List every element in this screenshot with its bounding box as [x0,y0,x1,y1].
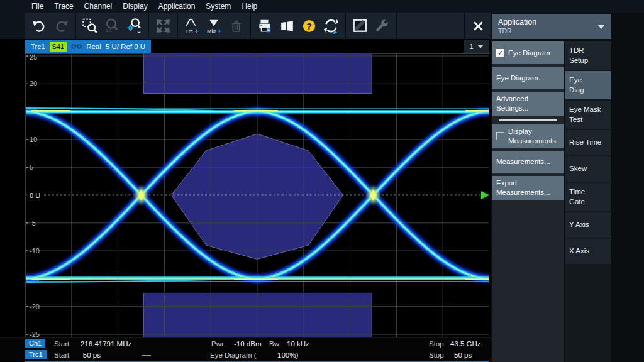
close-icon [472,20,484,32]
channel-status-bar: Ch1 Start 216.41791 MHz Pwr -10 dBm Bw 1… [0,337,491,351]
redo-button[interactable] [52,16,70,36]
svg-text:-5: -5 [30,219,36,227]
softkey-label: Eye Diagram... [496,74,544,83]
sync-button[interactable] [322,16,340,36]
tab-tdr-setup[interactable]: TDRSetup [565,41,611,70]
eye-diagram-checkbox[interactable]: ✓ [496,49,504,57]
menu-item-file[interactable]: File [31,2,43,11]
trace-name: Trc1 [31,43,45,50]
menu-item-trace[interactable]: Trace [54,2,73,11]
undo-button[interactable] [30,16,48,36]
softkey-divider [499,119,557,121]
menu-item-system[interactable]: System [206,2,231,11]
svg-text:5: 5 [30,163,33,171]
softkey-label: Measurements... [496,157,550,167]
menu-item-display[interactable]: Display [123,2,147,11]
display-button[interactable] [351,16,369,36]
add-marker-button[interactable]: Mkr + [205,16,223,36]
display-icon [352,18,368,33]
ch-start-label: Start [54,340,69,348]
delete-button[interactable] [227,16,245,36]
tab-eye-diag[interactable]: EyeDiag [565,71,611,99]
trace-status-bar: Trc1 Start -50 ps Eye Diagram ( 100%) St… [0,350,491,361]
svg-text:25: 25 [30,53,37,61]
chevron-down-icon [597,25,605,29]
tab-y-axis[interactable]: Y Axis [565,212,611,238]
softkey-export-measurements[interactable]: ExportMeasurements... [492,176,564,200]
zoom-select-button[interactable] [81,16,99,36]
softkey-display-measurements[interactable]: DisplayMeasurements [492,124,564,148]
tab-label: Rise Time [569,138,608,148]
menubar: FileTraceChannelDisplayApplicationSystem… [0,0,644,13]
softkey-column: ✓Eye DiagramEye Diagram...Advanced Setti… [492,41,564,362]
toolbar-group-expand [149,13,178,39]
zoom-settings-button[interactable] [125,16,143,36]
tab-eye-mask-test[interactable]: Eye MaskTest [565,101,611,129]
ch-stop-label: Stop [429,340,444,348]
window-number: 1 [470,43,474,50]
printer-icon [257,18,272,33]
setup-button[interactable] [373,16,391,36]
tab-label: X Axis [569,246,608,256]
toolbar: 1:1 [25,13,491,39]
expand-icon [156,19,170,33]
close-button[interactable] [464,13,491,39]
application-dropdown-text: Application TDR [498,18,597,35]
softkey-eye-diagram[interactable]: ✓Eye Diagram [492,41,564,64]
menu-item-help[interactable]: Help [242,2,257,11]
tab-rise-time[interactable]: Rise Time [565,130,611,155]
sync-icon [323,18,339,34]
toolbar-group-system: ? [251,13,346,39]
add-trace-button[interactable]: Trc + [183,16,201,36]
y-axis-labels: 2520151050 U-5-10-15-20-25 [25,53,40,337]
tab-label: Test [569,115,608,125]
chevron-down-icon [477,45,484,48]
softkey-advanced-settings[interactable]: Advanced Settings... [492,92,564,116]
svg-text:-10: -10 [30,247,40,255]
svg-text:+: + [217,27,221,35]
windows-icon [280,19,294,33]
trace-format: Real [86,43,101,50]
channel-badge[interactable]: Ch1 [25,339,45,348]
trc-stop-value: 50 ps [454,351,472,359]
trace-badge[interactable]: Trc1 [25,350,47,359]
softkey-measurements[interactable]: Measurements... [492,151,564,173]
help-icon: ? [302,19,316,33]
softkey-label: DisplayMeasurements [508,127,556,146]
eye-diagram-plot-area[interactable]: 2520151050 U-5-10-15-20-25 [25,53,489,337]
softkey-eye-diagram-dialog[interactable]: Eye Diagram... [492,67,564,89]
trace-color-indicator [142,355,151,356]
tab-label: Y Axis [569,220,608,230]
toolbar-group-undo [25,13,76,39]
tab-x-axis[interactable]: X Axis [565,239,611,264]
menu-item-channel[interactable]: Channel [84,2,113,11]
svg-text:1:1: 1:1 [106,28,112,33]
windows-button[interactable] [278,16,296,36]
toolbar-spacer [397,13,464,39]
expand-button[interactable] [154,16,172,36]
ch-bw-label: Bw [269,340,279,348]
display-measurements-checkbox[interactable] [496,132,504,140]
application-dropdown[interactable]: Application TDR [492,14,611,39]
tab-time-gate[interactable]: TimeGate [565,183,611,211]
wrench-icon [374,18,389,33]
svg-text:+: + [194,27,199,35]
undo-icon [32,19,47,33]
window-selector[interactable]: 1 [464,40,489,53]
eye-icon [71,43,82,50]
tab-skew[interactable]: Skew [565,156,611,182]
s-parameter-badge: S41 [50,42,67,52]
eye-diagram-svg: 2520151050 U-5-10-15-20-25 [25,53,489,337]
softtool-tab-column: TDRSetupEyeDiagEye MaskTestRise TimeSkew… [565,41,611,362]
menu-item-application[interactable]: Application [158,2,196,11]
ch-start-value: 216.41791 MHz [80,340,131,348]
zoom-settings-icon [126,18,142,33]
application-value: TDR [498,27,597,35]
instrument-screen: FileTraceChannelDisplayApplicationSystem… [0,0,644,362]
trace-label-block[interactable]: Trc1 S41 Real 5 U/ Ref 0 U [25,40,151,53]
print-button[interactable] [256,16,274,36]
mask-top-rect [143,53,372,93]
add-marker-icon: Mkr + [206,17,223,35]
help-button[interactable]: ? [300,16,318,36]
zoom-1to1-button[interactable]: 1:1 [103,16,121,36]
